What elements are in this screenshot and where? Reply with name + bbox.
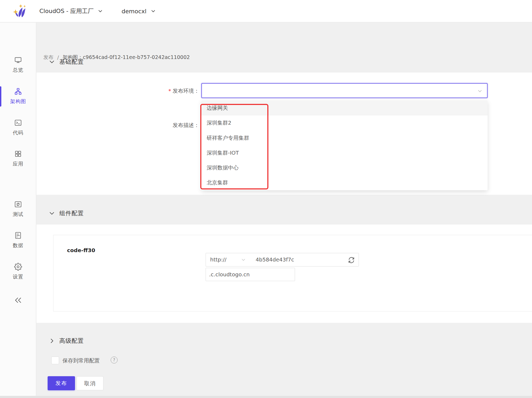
env-dropdown-menu: 边缘网关 深圳集群2 研祥客户专用集群 深圳集群-IOT 深圳数据中心 北京集群 bbox=[201, 100, 488, 190]
sidebar-item-architecture[interactable]: 架构图 bbox=[0, 87, 36, 105]
sidebar-item-settings[interactable]: 设置 bbox=[0, 263, 36, 280]
sidebar-item-code[interactable]: 代码 bbox=[0, 119, 36, 136]
desc-field-label: 发布描述： bbox=[36, 121, 199, 129]
env-option-beijing-cluster[interactable]: 北京集群 bbox=[201, 175, 488, 190]
terminal-icon bbox=[14, 119, 22, 127]
env-option-shenzhen-datacenter[interactable]: 深圳数据中心 bbox=[201, 160, 488, 175]
help-question-icon[interactable]: ? bbox=[111, 357, 118, 363]
section-advanced-config[interactable]: 高级配置 bbox=[49, 337, 84, 345]
sidebar-item-data[interactable]: 数据 bbox=[0, 231, 36, 249]
sidebar-item-overview[interactable]: 总览 bbox=[0, 56, 36, 74]
required-mark: * bbox=[168, 88, 171, 94]
chevron-right-icon bbox=[49, 338, 55, 344]
protocol-select[interactable]: http:// bbox=[206, 253, 250, 266]
chevron-down-icon bbox=[49, 59, 55, 65]
section-basic-config[interactable]: 基础配置 bbox=[49, 58, 84, 66]
workspace-switcher[interactable]: democxl bbox=[122, 0, 156, 22]
chevron-down-icon bbox=[49, 210, 55, 217]
section-component-config[interactable]: 组件配置 bbox=[49, 209, 84, 217]
product-title: CloudOS - 应用工厂 bbox=[39, 7, 94, 15]
publish-button[interactable]: 发布 bbox=[48, 376, 75, 390]
domain-suffix-value: .c.cloudtogo.cn bbox=[209, 271, 250, 278]
save-to-common-checkbox[interactable] bbox=[51, 357, 59, 364]
protocol-value: http:// bbox=[210, 256, 226, 263]
env-option-yanxiang-cluster[interactable]: 研祥客户专用集群 bbox=[201, 130, 488, 145]
chevron-down-icon bbox=[97, 8, 103, 14]
domain-value: 4b584de43f7c bbox=[256, 256, 294, 263]
gear-icon bbox=[14, 263, 22, 271]
double-chevron-left-icon bbox=[14, 296, 23, 305]
app-grid-icon bbox=[14, 150, 22, 158]
sidebar-item-test[interactable]: 测试 bbox=[0, 200, 36, 218]
sidebar-collapse-button[interactable] bbox=[0, 296, 36, 305]
refresh-icon[interactable] bbox=[348, 257, 355, 264]
save-to-common-label: 保存到常用配置 bbox=[63, 357, 100, 364]
chevron-down-icon bbox=[477, 88, 483, 94]
publish-env-select[interactable] bbox=[201, 83, 488, 98]
chevron-down-icon bbox=[150, 8, 156, 14]
sidebar-item-apps[interactable]: 应用 bbox=[0, 150, 36, 167]
env-field-label: *发布环境： bbox=[36, 87, 199, 95]
sitemap-icon bbox=[14, 87, 22, 95]
window-bottom-edge bbox=[0, 396, 532, 398]
env-option-shenzhen-cluster2[interactable]: 深圳集群2 bbox=[201, 115, 488, 130]
monitor-icon bbox=[14, 56, 22, 64]
product-switcher[interactable]: CloudOS - 应用工厂 bbox=[39, 0, 103, 22]
main-content: 发布 / 架构图：c9654cad-0f12-11ee-b757-0242ac1… bbox=[36, 23, 532, 396]
database-icon bbox=[14, 231, 22, 239]
app-header: CloudOS - 应用工厂 democxl bbox=[0, 0, 532, 22]
chevron-down-icon bbox=[241, 257, 246, 262]
test-cycle-icon bbox=[14, 200, 22, 208]
domain-suffix-input[interactable]: .c.cloudtogo.cn bbox=[206, 268, 295, 281]
app-logo-icon bbox=[11, 3, 28, 20]
env-option-shenzhen-iot[interactable]: 深圳集群-IOT bbox=[201, 145, 488, 160]
sidebar-nav: 总览 架构图 代码 应用 测试 数据 设置 bbox=[0, 23, 36, 396]
env-option-edge-gateway[interactable]: 边缘网关 bbox=[201, 100, 488, 115]
cancel-button[interactable]: 取消 bbox=[77, 376, 103, 390]
component-name: code-ff30 bbox=[67, 247, 95, 253]
domain-input[interactable]: 4b584de43f7c bbox=[249, 253, 359, 266]
workspace-name: democxl bbox=[122, 8, 147, 15]
